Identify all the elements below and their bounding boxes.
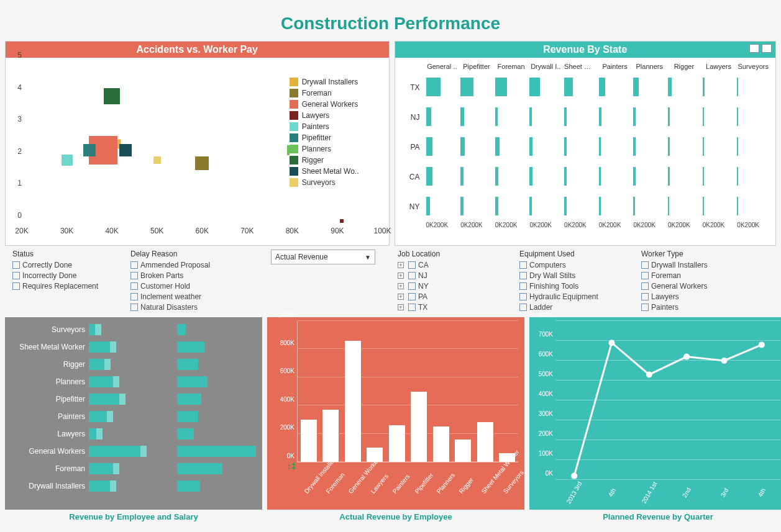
state-cell[interactable] — [701, 107, 736, 127]
checkbox[interactable] — [641, 282, 649, 290]
vbar[interactable] — [433, 426, 449, 462]
vbar[interactable] — [322, 410, 339, 462]
state-cell[interactable] — [667, 107, 701, 127]
state-cell[interactable] — [425, 107, 460, 127]
legend-item[interactable]: Drywall Installers — [290, 76, 359, 88]
expand-icon[interactable]: + — [398, 304, 404, 310]
hbar-row[interactable]: Pipefitter — [5, 390, 256, 408]
line-point[interactable] — [609, 340, 615, 346]
checkbox[interactable] — [641, 293, 649, 300]
line-point[interactable] — [721, 358, 728, 364]
hbar-row[interactable]: Surveyors — [5, 321, 256, 338]
state-col-header[interactable]: General .. — [425, 63, 460, 70]
legend-item[interactable]: Foreman — [290, 88, 359, 99]
legend-item[interactable]: Rigger — [290, 155, 359, 166]
state-cell[interactable] — [494, 78, 529, 97]
checkbox[interactable] — [12, 261, 20, 269]
state-cell[interactable] — [528, 137, 563, 157]
state-cell[interactable] — [563, 197, 598, 217]
state-cell[interactable] — [425, 167, 460, 187]
checkbox[interactable] — [130, 293, 138, 300]
legend-item[interactable]: Surveyors — [290, 177, 359, 188]
state-cell[interactable] — [494, 197, 529, 217]
scatter-point[interactable] — [104, 88, 120, 104]
state-col-header[interactable]: Lawyers — [701, 63, 736, 70]
actual-revenue-employee-panel[interactable]: 0K200K400K600K800K1,000K Drywall Install… — [267, 317, 524, 510]
filter-item[interactable]: Customer Hold — [130, 282, 271, 291]
state-col-header[interactable]: Pipefitter — [459, 63, 494, 70]
hbar-row[interactable]: Sheet Metal Worker — [5, 338, 256, 356]
state-col-header[interactable]: Rigger — [667, 63, 701, 70]
state-cell[interactable] — [632, 137, 667, 157]
checkbox[interactable] — [130, 272, 138, 279]
state-cell[interactable] — [528, 78, 563, 97]
checkbox[interactable] — [130, 261, 138, 269]
legend-item[interactable]: Lawyers — [290, 110, 359, 121]
vbar[interactable] — [411, 392, 427, 462]
hbar-row[interactable]: Painters — [5, 408, 256, 425]
checkbox[interactable] — [408, 304, 416, 311]
checkbox[interactable] — [519, 304, 527, 311]
vbar[interactable] — [455, 440, 471, 462]
legend-item[interactable]: General Workers — [290, 99, 359, 110]
sort-icon[interactable]: ↕‡ — [287, 461, 296, 471]
state-cell[interactable] — [494, 137, 529, 157]
checkbox[interactable] — [408, 293, 416, 300]
expand-icon[interactable]: + — [398, 273, 404, 279]
state-cell[interactable] — [459, 167, 494, 187]
checkbox[interactable] — [130, 304, 138, 311]
filter-item[interactable]: Inclement weather — [130, 292, 271, 301]
filter-item[interactable]: General Workers — [641, 282, 763, 291]
state-cell[interactable] — [459, 78, 494, 97]
expand-icon[interactable]: + — [398, 294, 404, 300]
state-cell[interactable] — [667, 197, 701, 217]
checkbox[interactable] — [519, 261, 527, 269]
metric-dropdown[interactable]: Actual Revenue ▼ — [271, 250, 375, 264]
state-cell[interactable] — [563, 167, 598, 187]
scatter-point[interactable] — [83, 144, 96, 156]
state-cell[interactable] — [632, 167, 667, 187]
hbar-row[interactable]: Foreman — [5, 460, 256, 477]
state-cell[interactable] — [598, 78, 633, 97]
legend-item[interactable]: Planners — [290, 143, 359, 155]
filter-item[interactable]: Natural Disasters — [130, 303, 271, 312]
filter-item[interactable]: +CA — [398, 261, 519, 269]
state-col-header[interactable]: Sheet Me.. — [563, 63, 598, 70]
legend-item[interactable]: Sheet Metal Wo.. — [290, 166, 359, 177]
state-cell[interactable] — [598, 167, 633, 187]
checkbox[interactable] — [519, 272, 527, 279]
filter-item[interactable]: Foreman — [641, 271, 763, 280]
checkbox[interactable] — [408, 282, 416, 290]
vbar[interactable] — [477, 422, 493, 462]
state-cell[interactable] — [667, 78, 701, 97]
filter-item[interactable]: Finishing Tools — [519, 282, 641, 291]
scatter-point[interactable] — [340, 219, 344, 223]
state-cell[interactable] — [459, 137, 494, 157]
state-cell[interactable] — [667, 167, 701, 187]
state-cell[interactable] — [563, 107, 598, 127]
state-cell[interactable] — [736, 78, 770, 97]
hbar-row[interactable]: Drywall Installers — [5, 477, 256, 495]
checkbox[interactable] — [641, 304, 649, 311]
state-cell[interactable] — [667, 137, 701, 157]
filter-item[interactable]: Requires Replacement — [12, 282, 130, 291]
checkbox[interactable] — [12, 272, 20, 279]
state-cell[interactable] — [701, 78, 736, 97]
legend-item[interactable]: Painters — [290, 121, 359, 132]
state-col-header[interactable]: Planners — [632, 63, 667, 70]
filter-item[interactable]: Dry Wall Stilts — [519, 271, 641, 280]
state-cell[interactable] — [528, 197, 563, 217]
checkbox[interactable] — [12, 282, 20, 290]
state-cell[interactable] — [459, 107, 494, 127]
state-cell[interactable] — [598, 197, 633, 217]
expand-icon[interactable]: + — [398, 283, 404, 289]
checkbox[interactable] — [408, 261, 416, 269]
vbar[interactable] — [345, 341, 361, 462]
state-cell[interactable] — [598, 107, 633, 127]
filter-item[interactable]: Hydraulic Equipment — [519, 292, 641, 301]
line-point[interactable] — [759, 341, 765, 348]
state-cell[interactable] — [701, 167, 736, 187]
vbar[interactable] — [301, 420, 317, 462]
checkbox[interactable] — [519, 282, 527, 290]
filter-item[interactable]: +NJ — [398, 271, 519, 280]
